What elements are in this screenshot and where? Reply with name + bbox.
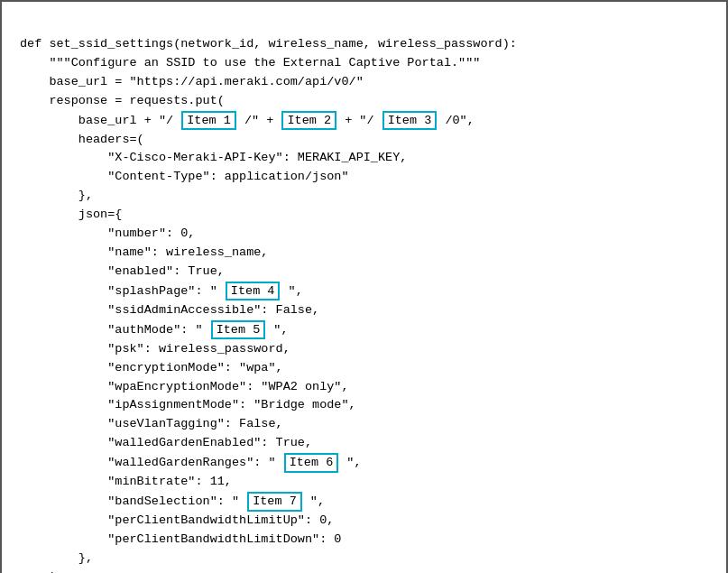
line-enc-mode: "encryptionMode": "wpa", bbox=[20, 361, 283, 374]
item4-box: Item 4 bbox=[226, 282, 281, 301]
line-auth-mode: "authMode": " Item 5 ", bbox=[20, 323, 289, 337]
line-xheader: "X-Cisco-Meraki-API-Key": MERAKI_API_KEY… bbox=[20, 151, 407, 164]
item7-box: Item 7 bbox=[247, 492, 302, 512]
line-enabled: "enabled": True, bbox=[20, 264, 225, 278]
line-number: "number": 0, bbox=[20, 226, 195, 240]
line-json-open: json={ bbox=[20, 208, 122, 221]
line-band-selection: "bandSelection": " Item 7 ", bbox=[20, 494, 325, 508]
line-per-client-down: "perClientBandwidthLimitDown": 0 bbox=[20, 532, 341, 546]
line-headers-close: }, bbox=[20, 189, 93, 202]
item6-box: Item 6 bbox=[284, 453, 339, 473]
line-json-close: }, bbox=[20, 551, 93, 565]
line-content-type: "Content-Type": application/json" bbox=[20, 170, 349, 183]
code-block: def set_ssid_settings(network_id, wirele… bbox=[20, 16, 708, 573]
line-ssid-admin: "ssidAdminAccessible": False, bbox=[20, 303, 319, 317]
line-walled-enabled: "walledGardenEnabled": True, bbox=[20, 436, 312, 449]
line-wpa-mode: "wpaEncryptionMode": "WPA2 only", bbox=[20, 380, 349, 393]
line-response: response = requests.put( bbox=[20, 94, 225, 107]
line-min-bitrate: "minBitrate": 11, bbox=[20, 475, 232, 488]
line-base-url: base_url = "https://api.meraki.com/api/v… bbox=[20, 75, 364, 88]
line-url-concat: base_url + "/ Item 1 /" + Item 2 + "/ It… bbox=[20, 114, 475, 127]
line-docstring: """Configure an SSID to use the External… bbox=[20, 56, 480, 69]
line-walled-ranges: "walledGardenRanges": " Item 6 ", bbox=[20, 456, 362, 469]
line-ip-assign: "ipAssignmentMode": "Bridge mode", bbox=[20, 398, 356, 411]
line-splash: "splashPage": " Item 4 ", bbox=[20, 284, 303, 298]
line-def: def set_ssid_settings(network_id, wirele… bbox=[20, 37, 517, 51]
line-headers-open: headers=( bbox=[20, 133, 144, 146]
item1-box: Item 1 bbox=[181, 111, 236, 131]
item2-box: Item 2 bbox=[281, 111, 336, 131]
line-psk: "psk": wireless_password, bbox=[20, 342, 290, 356]
line-name: "name": wireless_name, bbox=[20, 245, 268, 259]
line-use-vlan: "useVlanTagging": False, bbox=[20, 417, 283, 430]
item3-box: Item 3 bbox=[382, 111, 438, 131]
code-container: def set_ssid_settings(network_id, wirele… bbox=[0, 0, 728, 573]
line-per-client-up: "perClientBandwidthLimitUp": 0, bbox=[20, 513, 334, 527]
item5-box: Item 5 bbox=[211, 320, 266, 340]
